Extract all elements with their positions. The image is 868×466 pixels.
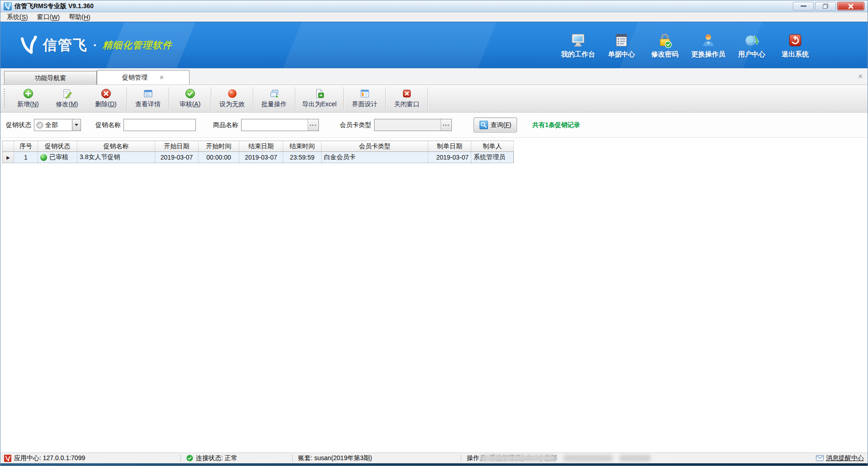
ui-design-button[interactable]: 界面设计	[345, 86, 384, 111]
column-header-name[interactable]: 促销名称	[77, 141, 155, 152]
banner-action-workbench[interactable]: 我的工作台	[559, 32, 597, 59]
brand-slogan: 精细化管理软件	[103, 39, 172, 52]
audit-button[interactable]: 审核(A)	[171, 86, 209, 111]
view-details-icon	[142, 88, 154, 99]
toolbar-grip	[3, 89, 5, 108]
brand-block: 信管飞 · 精细化管理软件	[0, 35, 172, 56]
toolbar-separator	[169, 87, 169, 110]
column-header-start-date[interactable]: 开始日期	[155, 141, 199, 152]
card-type-input[interactable]	[375, 119, 441, 131]
card-type-browse-button[interactable]: ···	[441, 119, 451, 131]
product-browse-button[interactable]: ···	[308, 119, 318, 131]
redacted-text	[480, 455, 651, 461]
window-controls	[793, 2, 865, 10]
column-header-end-time[interactable]: 结束时间	[283, 141, 322, 152]
record-count-summary: 共有1条促销记录	[532, 121, 580, 129]
brand-banner: 信管飞 · 精细化管理软件 我的工作台	[0, 22, 868, 68]
status-all-icon	[36, 122, 43, 129]
promotion-table: 序号 促销状态 促销名称 开始日期 开始时间 结束日期 结束时间 会员卡类型 制…	[2, 141, 514, 163]
banner-action-switch-operator[interactable]: 更换操作员	[689, 32, 727, 59]
set-invalid-icon	[227, 88, 238, 99]
cell-status: 已审核	[38, 152, 77, 163]
close-button[interactable]	[837, 2, 864, 10]
column-header-end-date[interactable]: 结束日期	[239, 141, 283, 152]
connection-ok-icon	[186, 455, 193, 461]
promo-status-dropdown-button[interactable]	[72, 119, 81, 131]
column-header-card-type[interactable]: 会员卡类型	[322, 141, 428, 152]
set-invalid-button[interactable]: 设为无效	[213, 86, 251, 111]
banner-action-user-center[interactable]: 用户中心	[733, 32, 771, 59]
column-header-doc-date[interactable]: 制单日期	[428, 141, 471, 152]
column-header-status[interactable]: 促销状态	[38, 141, 77, 152]
banner-action-document-center[interactable]: 单据中心	[602, 32, 640, 59]
ui-design-icon	[359, 88, 370, 99]
tabstrip-close-icon[interactable]: ✕	[858, 73, 863, 80]
promo-status-select[interactable]: 全部	[34, 119, 81, 131]
close-window-button[interactable]: 关闭窗口	[387, 86, 426, 111]
title-bar: 信管飞RMS专业版 V9.1.360	[0, 0, 868, 12]
window-bottom-edge	[0, 463, 868, 466]
toolbar-separator	[253, 87, 253, 110]
toolbar-separator	[343, 87, 344, 110]
column-header-start-time[interactable]: 开始时间	[199, 141, 239, 152]
message-center-link[interactable]: 消息提醒中心	[816, 454, 864, 462]
banner-action-change-password[interactable]: 修改密码	[646, 32, 684, 59]
row-selector-header	[3, 141, 14, 152]
product-name-field: ···	[241, 119, 319, 131]
view-details-button[interactable]: 查看详情	[128, 86, 167, 111]
cell-name: 3.8女人节促销	[77, 152, 155, 163]
minimize-icon	[801, 5, 806, 7]
menu-system[interactable]: 系统(S)	[2, 12, 33, 22]
cell-end-time: 23:59:59	[283, 152, 322, 163]
minimize-button[interactable]	[793, 2, 814, 10]
cell-seq: 1	[14, 152, 38, 163]
toolbar-separator	[427, 87, 428, 110]
promo-name-label: 促销名称	[95, 121, 121, 129]
exit-power-icon	[787, 32, 803, 48]
tab-close-icon[interactable]: ✕	[159, 74, 164, 81]
filter-bar: 促销状态 全部 促销名称 商品名称 ··· 会员卡类型 ···	[0, 113, 868, 138]
product-name-input[interactable]	[242, 119, 308, 131]
chevron-down-icon	[75, 124, 78, 126]
tab-function-navigator[interactable]: 功能导航窗	[4, 71, 97, 85]
statusbar-separator	[461, 455, 461, 461]
brand-logo-icon	[18, 35, 38, 56]
cell-end-date: 2019-03-07	[239, 152, 283, 163]
cell-start-date: 2019-03-07	[155, 152, 199, 163]
search-icon	[479, 121, 488, 129]
column-header-creator[interactable]: 制单人	[471, 141, 514, 152]
edit-button[interactable]: 修改(M)	[47, 86, 86, 111]
window-title: 信管飞RMS专业版 V9.1.360	[14, 2, 94, 10]
switch-operator-person-icon	[700, 32, 716, 48]
export-excel-button[interactable]: 导出为Excel	[297, 86, 342, 111]
batch-operation-button[interactable]: 批量操作	[255, 86, 294, 111]
cell-start-time: 00:00:00	[199, 152, 239, 163]
connection-status: 连接状态: 正常	[186, 454, 287, 462]
table-row[interactable]: ▶ 1 已审核 3.8女人节促销 2019-03-07 00:00:00 201…	[3, 152, 514, 163]
banner-action-exit-system[interactable]: 退出系统	[776, 32, 814, 59]
query-button[interactable]: 查询(F)	[474, 118, 517, 132]
add-button[interactable]: 新增(N)	[9, 86, 47, 111]
tab-promotion-management[interactable]: 促销管理 ✕	[97, 70, 190, 85]
promo-name-input[interactable]	[123, 119, 196, 131]
restore-button[interactable]	[815, 2, 836, 10]
column-header-seq[interactable]: 序号	[14, 141, 38, 152]
statusbar-separator	[180, 455, 181, 461]
toolbar-separator	[385, 87, 386, 110]
toolbar: 新增(N) 修改(M) 删除(D) 查看详情	[0, 85, 868, 113]
cell-creator: 系统管理员	[471, 152, 514, 163]
workstation-monitor-icon	[570, 32, 586, 48]
card-type-field: ···	[374, 119, 452, 131]
row-marker-icon: ▶	[3, 152, 14, 163]
envelope-icon	[816, 455, 824, 461]
menu-help[interactable]: 帮助(H)	[64, 12, 95, 22]
delete-button[interactable]: 删除(D)	[86, 86, 125, 111]
product-name-label: 商品名称	[213, 121, 238, 129]
cell-card-type: 白金会员卡	[322, 152, 428, 163]
promo-status-label: 促销状态	[6, 121, 31, 129]
card-type-label: 会员卡类型	[340, 121, 371, 129]
toolbar-separator	[295, 87, 295, 110]
tab-strip: 功能导航窗 促销管理 ✕ ✕	[0, 68, 868, 85]
menu-window[interactable]: 窗口(W)	[33, 12, 65, 22]
app-window: 信管飞RMS专业版 V9.1.360 系统(S) 窗口(W) 帮助(H) 信管飞…	[0, 0, 868, 466]
